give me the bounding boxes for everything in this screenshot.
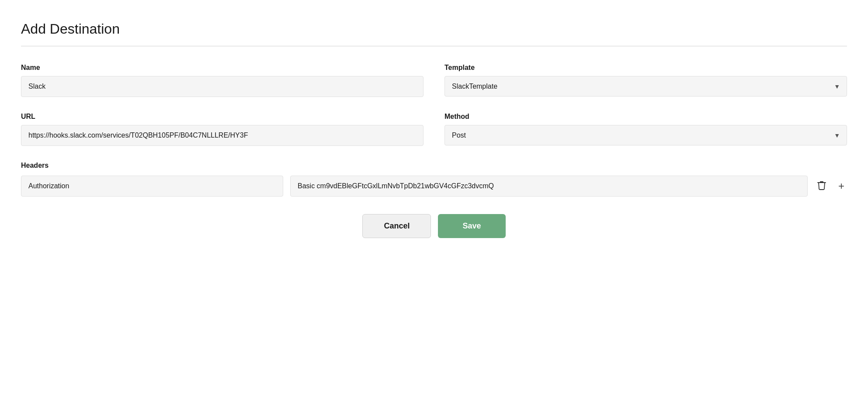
template-label: Template <box>444 64 847 72</box>
url-input[interactable] <box>21 125 424 146</box>
template-group: Template SlackTemplate EmailTemplate Web… <box>444 64 847 97</box>
name-template-row: Name Template SlackTemplate EmailTemplat… <box>21 64 847 97</box>
add-header-button[interactable]: + <box>836 177 847 195</box>
url-label: URL <box>21 113 424 121</box>
headers-label: Headers <box>21 162 847 169</box>
title-divider <box>21 46 847 46</box>
add-icon: + <box>838 180 844 192</box>
cancel-button[interactable]: Cancel <box>362 214 431 238</box>
url-group: URL <box>21 113 424 146</box>
delete-icon <box>817 180 826 192</box>
header-key-input[interactable] <box>21 176 283 197</box>
name-label: Name <box>21 64 424 72</box>
method-group: Method Post Get Put Patch Delete ▼ <box>444 113 847 146</box>
button-row: Cancel Save <box>21 214 847 238</box>
name-input[interactable] <box>21 76 424 97</box>
delete-header-button[interactable] <box>815 178 829 195</box>
page-container: Add Destination Name Template SlackTempl… <box>0 0 868 408</box>
header-value-input[interactable] <box>290 176 808 197</box>
name-group: Name <box>21 64 424 97</box>
template-select-wrapper: SlackTemplate EmailTemplate WebhookTempl… <box>444 76 847 97</box>
url-method-row: URL Method Post Get Put Patch Delete ▼ <box>21 113 847 146</box>
method-select[interactable]: Post Get Put Patch Delete <box>444 125 847 145</box>
method-select-wrapper: Post Get Put Patch Delete ▼ <box>444 125 847 145</box>
method-label: Method <box>444 113 847 121</box>
template-select[interactable]: SlackTemplate EmailTemplate WebhookTempl… <box>444 76 847 97</box>
page-title: Add Destination <box>21 21 847 37</box>
save-button[interactable]: Save <box>438 214 505 238</box>
header-row: + <box>21 176 847 197</box>
headers-section: Headers + <box>21 162 847 197</box>
